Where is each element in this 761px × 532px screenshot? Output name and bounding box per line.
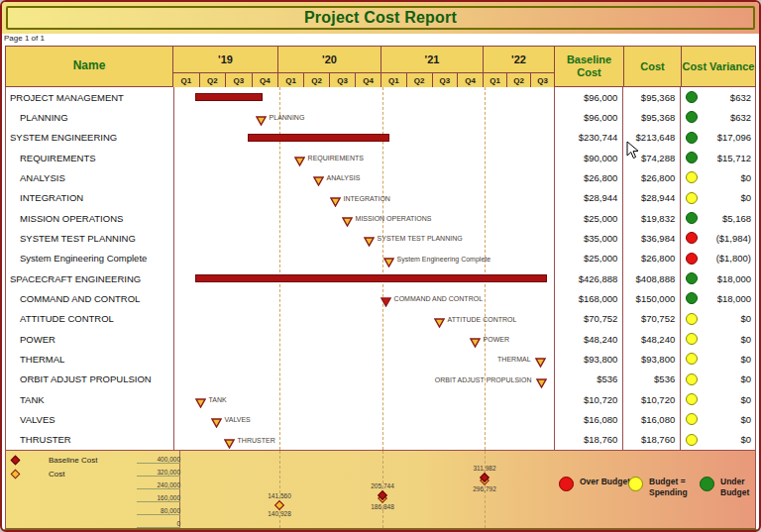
- baseline-cost-cell: $48,240: [555, 329, 624, 349]
- milestone-label: System Engineering Complete: [397, 256, 491, 263]
- task-name-cell: POWER: [6, 329, 174, 349]
- variance-value: $0: [698, 192, 755, 203]
- cost-cell: $408,888: [623, 268, 681, 288]
- table-body: PROJECT MANAGEMENT$96,000$95,368$632PLAN…: [5, 87, 756, 450]
- baseline-cost-cell: $35,000: [555, 228, 624, 248]
- status-yellow-icon: [686, 353, 698, 365]
- cost-variance-cell: $0: [681, 430, 755, 450]
- status-yellow-icon: [686, 333, 698, 345]
- variance-value: $0: [698, 373, 755, 384]
- status-green-icon: [686, 91, 698, 103]
- status-green-icon: [686, 111, 698, 123]
- quarter-header: Q3: [330, 72, 356, 87]
- table-row: THERMALTHERMAL$93,800$93,800$0: [6, 349, 755, 369]
- gantt-cell: POWER: [174, 329, 555, 349]
- status-green-icon: [686, 132, 698, 144]
- cost-variance-cell: $18,000: [681, 268, 755, 288]
- column-header-cost: Cost: [624, 46, 682, 87]
- task-name-cell: ATTITUDE CONTROL: [6, 309, 174, 329]
- column-header-cost-variance: Cost Variance: [682, 46, 756, 87]
- chart-ytick-label: 400,000: [137, 456, 180, 464]
- task-name-cell: System Engineering Complete: [6, 249, 174, 268]
- chart-ytick-label: 0: [137, 520, 180, 528]
- gantt-cell: ORBIT ADJUST PROPULSION: [174, 370, 555, 389]
- gantt-cell: THRUSTER: [174, 430, 555, 450]
- table-row: PROJECT MANAGEMENT$96,000$95,368$632: [6, 87, 755, 107]
- table-row: SYSTEM ENGINEERING$230,744$213,648$17,09…: [6, 128, 755, 148]
- gantt-cell: TANK: [174, 389, 555, 409]
- chart-ytick-label: 320,000: [137, 469, 180, 477]
- variance-value: $0: [698, 394, 755, 405]
- chart-point-label-below: 186,848: [371, 503, 394, 510]
- cost-cell: $536: [623, 370, 681, 389]
- baseline-cost-cell: $25,000: [555, 249, 624, 268]
- gantt-cell: PLANNING: [174, 107, 555, 127]
- gantt-cell: THERMAL: [174, 349, 555, 369]
- cost-cell: $19,832: [623, 208, 681, 228]
- yellow-diamond-icon: [11, 470, 21, 479]
- chart-legend-item: Cost: [12, 470, 64, 479]
- variance-value: $0: [698, 414, 755, 425]
- quarter-header: Q2: [407, 72, 433, 87]
- variance-value: $632: [698, 112, 755, 123]
- task-name-cell: REQUIREMENTS: [6, 148, 174, 167]
- variance-value: $0: [698, 313, 755, 324]
- chart-legend-label: Cost: [49, 470, 64, 479]
- milestone-label: SYSTEM TEST PLANNING: [378, 235, 463, 242]
- milestone-label: REQUIREMENTS: [308, 155, 364, 161]
- milestone-label: INTEGRATION: [344, 195, 390, 202]
- year-header: '21: [381, 46, 484, 72]
- task-name-cell: PROJECT MANAGEMENT: [6, 87, 174, 107]
- status-yellow-icon: [686, 171, 698, 183]
- gantt-cell: System Engineering Complete: [174, 249, 555, 268]
- baseline-cost-cell: $93,800: [555, 349, 624, 369]
- years-row: '19'20'21'22: [173, 46, 555, 72]
- variance-value: $5,168: [698, 213, 755, 224]
- cost-variance-cell: $15,712: [681, 148, 755, 167]
- table-row: SYSTEM TEST PLANNINGSYSTEM TEST PLANNING…: [6, 228, 755, 248]
- baseline-cost-cell: $426,888: [555, 268, 624, 288]
- table-row: SPACECRAFT ENGINEERING$426,888$408,888$1…: [6, 268, 755, 288]
- cost-table: Name '19'20'21'22 Q1Q2Q3Q4Q1Q2Q3Q4Q1Q2Q3…: [5, 46, 756, 450]
- task-name-cell: THERMAL: [6, 349, 174, 369]
- cost-cell: $70,752: [623, 309, 681, 329]
- status-legend-green-icon: [700, 477, 714, 491]
- table-row: MISSION OPERATIONSMISSION OPERATIONS$25,…: [6, 208, 755, 228]
- quarter-header: Q1: [381, 72, 407, 87]
- cost-variance-cell: $0: [681, 167, 755, 187]
- quarter-header: Q1: [484, 72, 507, 87]
- task-name-cell: THRUSTER: [6, 430, 174, 450]
- variance-value: $18,000: [698, 293, 755, 304]
- cost-variance-cell: ($1,800): [681, 249, 755, 268]
- cost-variance-cell: $5,168: [681, 208, 755, 228]
- baseline-cost-cell: $168,000: [555, 288, 624, 308]
- status-legend-item: Over Budget: [559, 477, 631, 491]
- status-red-icon: [686, 232, 698, 244]
- baseline-cost-cell: $90,000: [555, 148, 624, 167]
- variance-value: ($1,984): [698, 233, 755, 244]
- timeline-header: '19'20'21'22 Q1Q2Q3Q4Q1Q2Q3Q4Q1Q2Q3Q4Q1Q…: [173, 46, 555, 87]
- page-indicator: Page 1 of 1: [2, 34, 759, 46]
- quarter-header: Q4: [356, 72, 381, 87]
- cost-cell: $28,944: [623, 188, 681, 208]
- quarter-header: Q2: [507, 72, 531, 87]
- gantt-cell: ANALYSIS: [174, 167, 555, 187]
- red-diamond-icon: [11, 456, 21, 466]
- status-yellow-icon: [686, 192, 698, 204]
- status-legend-yellow-icon: [628, 477, 643, 491]
- gantt-cell: VALVES: [174, 409, 555, 429]
- cost-variance-cell: $0: [681, 309, 755, 329]
- baseline-cost-cell: $96,000: [555, 107, 624, 127]
- chart-point-label-below: 140,928: [268, 510, 291, 517]
- cost-cell: $95,368: [623, 107, 681, 127]
- gantt-cell: REQUIREMENTS: [174, 148, 555, 167]
- cost-variance-cell: $0: [681, 409, 755, 429]
- baseline-cost-cell: $28,944: [555, 188, 624, 208]
- cost-variance-cell: $17,096: [681, 128, 755, 148]
- chart-ytick-label: 160,000: [137, 494, 180, 502]
- year-header: '20: [278, 46, 381, 72]
- status-green-icon: [686, 212, 698, 224]
- table-row: ORBIT ADJUST PROPULSIONORBIT ADJUST PROP…: [6, 370, 755, 389]
- cost-cell: $95,368: [623, 87, 681, 107]
- quarter-header: Q3: [531, 72, 555, 87]
